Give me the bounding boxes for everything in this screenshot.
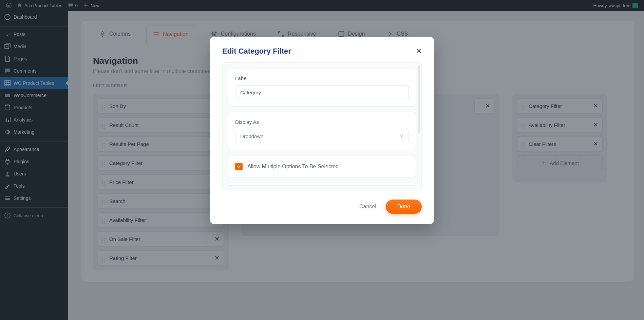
modal-overlay[interactable]: Edit Category Filter ✕ Label Display As …	[0, 0, 644, 320]
modal-title: Edit Category Filter	[222, 47, 291, 56]
allow-multiple-checkbox[interactable]	[235, 163, 243, 170]
modal-body: Label Display As Dropdown Allow Multiple…	[222, 62, 422, 191]
display-as-label: Display As	[235, 119, 409, 125]
allow-multiple-label: Allow Multiple Options To Be Selected	[247, 164, 339, 170]
edit-category-filter-modal: Edit Category Filter ✕ Label Display As …	[210, 37, 434, 224]
select-value: Dropdown	[240, 133, 263, 139]
scrollbar[interactable]	[418, 65, 420, 133]
label-input[interactable]	[235, 85, 409, 99]
cancel-button[interactable]: Cancel	[359, 204, 376, 210]
label-field-label: Label	[235, 75, 409, 81]
chevron-down-icon	[399, 134, 404, 138]
modal-close-button[interactable]: ✕	[416, 47, 422, 56]
done-button[interactable]: Done	[386, 200, 422, 214]
check-icon	[236, 164, 241, 169]
display-as-select[interactable]: Dropdown	[235, 129, 409, 143]
